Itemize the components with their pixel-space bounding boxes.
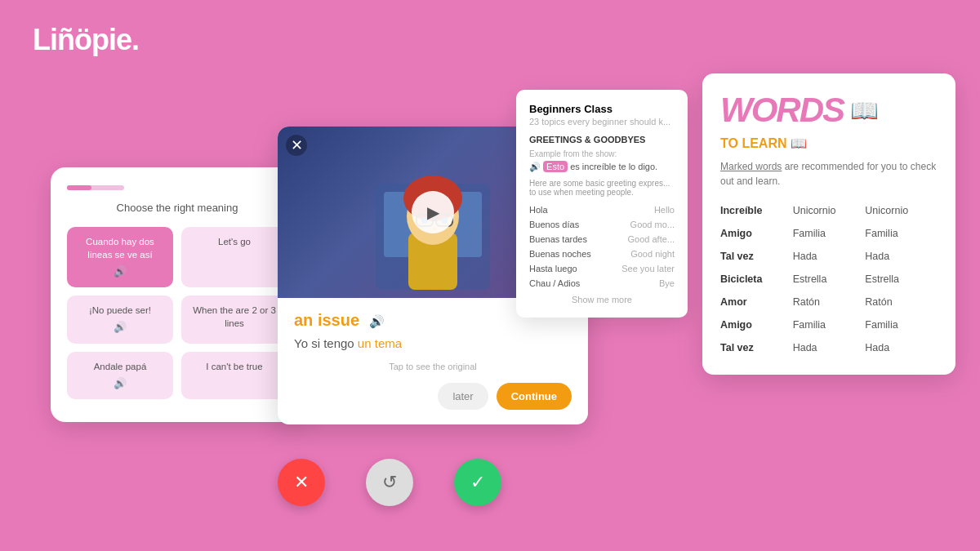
word-estrella-2: Estrella bbox=[865, 270, 938, 288]
video-translation-text: Yo si tengo bbox=[294, 336, 354, 350]
quiz-option-1-text: Cuando hay dos lineas se ve así bbox=[86, 237, 154, 260]
word-raton-1: Ratón bbox=[793, 293, 866, 311]
vocab-es-2: Buenos días bbox=[529, 220, 579, 229]
vocab-list-subtitle: 23 topics every beginner should k... bbox=[529, 117, 675, 127]
quiz-option-6-text: I can't be true bbox=[206, 362, 262, 371]
word-familia-4: Familia bbox=[865, 316, 938, 334]
word-unicornio-2: Unicornio bbox=[865, 202, 938, 220]
words-book-icon: 📖 bbox=[850, 97, 879, 124]
sentence-highlight: Esto bbox=[543, 161, 568, 172]
video-sound-icon[interactable]: 🔊 bbox=[369, 314, 385, 328]
later-button[interactable]: later bbox=[438, 383, 488, 410]
word-hada-1: Hada bbox=[793, 247, 866, 265]
vocab-pair-1: Hola Hello bbox=[529, 203, 675, 216]
word-familia-3: Familia bbox=[793, 316, 866, 334]
quiz-option-2-text: Let's go bbox=[218, 237, 251, 247]
vocab-sentence: 🔊 Esto es increíble te lo digo. bbox=[529, 162, 675, 172]
bottom-circles: ✕ ↺ ✓ bbox=[278, 459, 501, 506]
vocab-es-4: Buenas noches bbox=[529, 249, 591, 259]
video-buttons: later Continue bbox=[294, 383, 572, 410]
reject-icon: ✕ bbox=[294, 472, 309, 493]
words-desc-marked: Marked words bbox=[720, 161, 782, 172]
logo: Liñöpie. bbox=[33, 23, 139, 57]
vocab-es-3: Buenas tardes bbox=[529, 234, 587, 244]
vocab-en-4: Good night bbox=[630, 249, 675, 259]
video-tap-hint[interactable]: Tap to see the original bbox=[294, 362, 572, 371]
quiz-option-1[interactable]: Cuando hay dos lineas se ve así 🔊 bbox=[67, 227, 173, 287]
word-talvez-2: Tal vez bbox=[720, 339, 793, 357]
word-talvez-1: Tal vez bbox=[720, 247, 793, 265]
words-grid: Increíble Unicornio Unicornio Amigo Fami… bbox=[720, 202, 938, 357]
word-amigo-1: Amigo bbox=[720, 224, 793, 242]
continue-button[interactable]: Continue bbox=[497, 383, 572, 410]
vocab-pairs: Hola Hello Buenos días Good mo... Buenas… bbox=[529, 203, 675, 290]
quiz-option-3[interactable]: ¡No puede ser! 🔊 bbox=[67, 295, 173, 343]
quiz-card: Choose the right meaning Cuando hay dos … bbox=[51, 167, 304, 422]
video-translation: Yo si tengo un tema bbox=[294, 336, 572, 350]
vocab-es-5: Hasta luego bbox=[529, 264, 577, 273]
vocab-example-label: Example from the show: bbox=[529, 149, 675, 158]
vocab-desc: Here are some basic greeting expres... t… bbox=[529, 179, 675, 197]
accept-icon: ✓ bbox=[470, 472, 485, 493]
word-familia-2: Familia bbox=[865, 224, 938, 242]
video-translation-highlight: un tema bbox=[358, 336, 402, 350]
word-raton-2: Ratón bbox=[865, 293, 938, 311]
sentence-plain: es increíble te lo digo. bbox=[570, 162, 657, 171]
vocab-en-5: See you later bbox=[621, 264, 675, 273]
vocab-en-2: Good mo... bbox=[630, 220, 675, 229]
vocab-pair-3: Buenas tardes Good afte... bbox=[529, 233, 675, 246]
quiz-option-5[interactable]: Andale papá 🔊 bbox=[67, 352, 173, 399]
words-title-row: WORDS 📖 bbox=[720, 93, 938, 127]
word-amigo-2: Amigo bbox=[720, 316, 793, 334]
words-desc: Marked words are recommended for you to … bbox=[720, 159, 938, 189]
sound-icon-5[interactable]: 🔊 bbox=[77, 376, 163, 391]
quiz-title: Choose the right meaning bbox=[67, 202, 287, 214]
word-estrella-1: Estrella bbox=[793, 270, 866, 288]
vocab-show-more[interactable]: Show me more bbox=[529, 295, 675, 304]
words-card: WORDS 📖 TO LEARN 📖 Marked words are reco… bbox=[702, 73, 956, 375]
word-hada-4: Hada bbox=[865, 339, 938, 357]
retry-icon: ↺ bbox=[382, 472, 397, 493]
vocab-en-6: Bye bbox=[659, 278, 675, 288]
vocab-es-1: Hola bbox=[529, 205, 548, 215]
sentence-icon: 🔊 bbox=[529, 162, 543, 171]
quiz-option-4-text: When the are 2 or 3 lines bbox=[193, 305, 276, 328]
accept-button[interactable]: ✓ bbox=[454, 459, 501, 506]
vocab-en-3: Good afte... bbox=[628, 234, 675, 244]
video-phrase-text: an issue bbox=[294, 311, 359, 329]
word-hada-2: Hada bbox=[865, 247, 938, 265]
vocab-section-title: GREETINGS & GOODBYES bbox=[529, 135, 675, 144]
vocab-pair-2: Buenos días Good mo... bbox=[529, 218, 675, 231]
vocab-pair-6: Chau / Adios Bye bbox=[529, 277, 675, 290]
quiz-option-3-text: ¡No puede ser! bbox=[89, 305, 151, 315]
vocab-list-title: Beginners Class bbox=[529, 103, 675, 115]
sound-icon-1[interactable]: 🔊 bbox=[77, 264, 163, 279]
quiz-progress-fill bbox=[67, 185, 91, 190]
vocab-list-card: Beginners Class 23 topics every beginner… bbox=[516, 90, 688, 318]
word-familia-1: Familia bbox=[793, 224, 866, 242]
word-bicicleta: Bicicleta bbox=[720, 270, 793, 288]
reject-button[interactable]: ✕ bbox=[278, 459, 325, 506]
quiz-option-4[interactable]: When the are 2 or 3 lines bbox=[181, 295, 287, 343]
quiz-option-6[interactable]: I can't be true bbox=[181, 352, 287, 399]
words-subtitle: TO LEARN 📖 bbox=[720, 136, 938, 151]
retry-button[interactable]: ↺ bbox=[366, 459, 413, 506]
vocab-pair-5: Hasta luego See you later bbox=[529, 262, 675, 275]
vocab-pair-4: Buenas noches Good night bbox=[529, 247, 675, 260]
sound-icon-3[interactable]: 🔊 bbox=[77, 320, 163, 335]
quiz-option-2[interactable]: Let's go bbox=[181, 227, 287, 287]
word-amor: Amor bbox=[720, 293, 793, 311]
play-button[interactable]: ▶ bbox=[412, 191, 454, 233]
vocab-es-6: Chau / Adios bbox=[529, 278, 580, 288]
word-increible: Increíble bbox=[720, 202, 793, 220]
word-hada-3: Hada bbox=[793, 339, 866, 357]
close-button[interactable]: ✕ bbox=[286, 135, 307, 156]
words-title-words: WORDS bbox=[720, 93, 844, 127]
quiz-progress-bar bbox=[67, 185, 124, 190]
word-unicornio-1: Unicornio bbox=[793, 202, 866, 220]
vocab-en-1: Hello bbox=[654, 205, 675, 215]
quiz-options: Cuando hay dos lineas se ve así 🔊 Let's … bbox=[67, 227, 287, 399]
quiz-option-5-text: Andale papá bbox=[94, 362, 147, 371]
